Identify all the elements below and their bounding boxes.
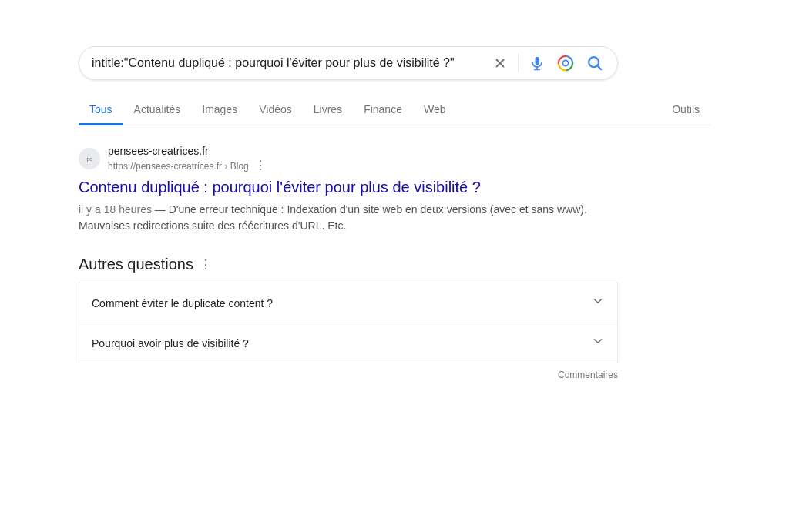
- commentaires-row: Commentaires: [79, 363, 618, 386]
- svg-line-8: [597, 65, 601, 69]
- result-snippet: il y a 18 heures — D'une erreur techniqu…: [79, 202, 618, 234]
- site-breadcrumb: https://pensees-creatrices.fr › Blog ⋮: [108, 158, 267, 172]
- page-wrapper: intitle:"Contenu dupliqué : pourquoi l'é…: [63, 0, 726, 532]
- nav-tabs: Tous Actualités Images Vidéos Livres Fin…: [79, 95, 710, 125]
- tab-web[interactable]: Web: [413, 95, 457, 125]
- lens-button[interactable]: [556, 53, 576, 73]
- svg-text:pc: pc: [86, 156, 92, 162]
- search-bar: intitle:"Contenu dupliqué : pourquoi l'é…: [79, 46, 618, 80]
- site-domain-info: pensees-creatrices.fr https://pensees-cr…: [108, 144, 267, 172]
- tab-actualites[interactable]: Actualités: [123, 95, 192, 125]
- site-domain: pensees-creatrices.fr: [108, 144, 267, 158]
- faq-item-2[interactable]: Pourquoi avoir plus de visibilité ?: [79, 323, 618, 363]
- search-submit-button[interactable]: [585, 53, 605, 73]
- faq-question-1: Comment éviter le duplicate content ?: [92, 297, 273, 309]
- commentaires-link[interactable]: Commentaires: [558, 370, 618, 380]
- search-icons: [492, 53, 605, 73]
- result-title[interactable]: Contenu dupliqué : pourquoi l'éviter pou…: [79, 177, 618, 197]
- chevron-down-icon-2: [591, 334, 605, 352]
- svg-point-6: [562, 60, 568, 65]
- search-input[interactable]: intitle:"Contenu dupliqué : pourquoi l'é…: [92, 56, 492, 70]
- autres-questions-title: Autres questions ⋮: [79, 256, 618, 273]
- chevron-down-icon-1: [591, 294, 605, 312]
- mic-button[interactable]: [528, 54, 546, 72]
- faq-menu-dots[interactable]: ⋮: [200, 257, 212, 272]
- tab-outils[interactable]: Outils: [661, 95, 710, 125]
- site-info: pc pensees-creatrices.fr https://pensees…: [79, 144, 618, 172]
- search-result: pc pensees-creatrices.fr https://pensees…: [79, 144, 618, 234]
- svg-rect-2: [536, 57, 539, 65]
- tab-tous[interactable]: Tous: [79, 95, 123, 125]
- tab-videos[interactable]: Vidéos: [248, 95, 303, 125]
- autres-questions: Autres questions ⋮ Comment éviter le dup…: [79, 256, 618, 386]
- faq-item-1[interactable]: Comment éviter le duplicate content ?: [79, 283, 618, 323]
- tab-finance[interactable]: Finance: [353, 95, 413, 125]
- faq-question-2: Pourquoi avoir plus de visibilité ?: [92, 337, 249, 350]
- divider: [518, 54, 519, 72]
- site-favicon: pc: [79, 148, 100, 169]
- site-menu-dots[interactable]: ⋮: [254, 159, 267, 172]
- clear-button[interactable]: [492, 55, 509, 72]
- tab-livres[interactable]: Livres: [303, 95, 353, 125]
- result-date: il y a 18 heures: [79, 203, 152, 216]
- tab-images[interactable]: Images: [191, 95, 248, 125]
